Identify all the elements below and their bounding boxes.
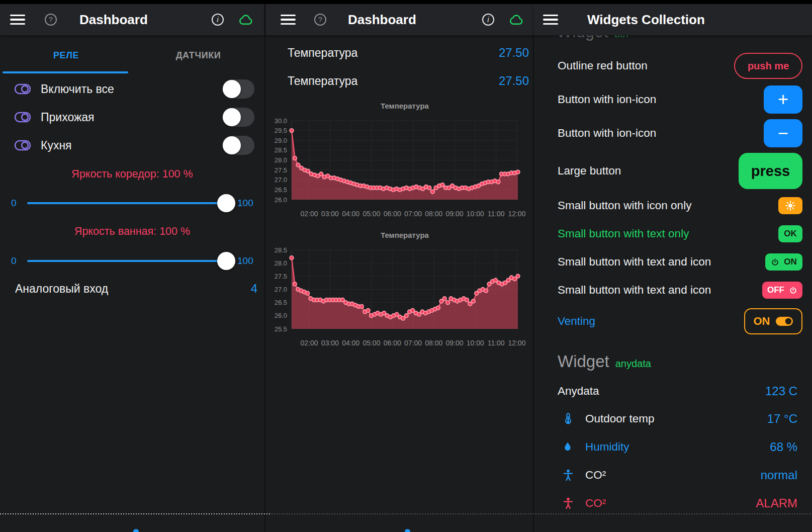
svg-text:25.5: 25.5: [275, 325, 287, 333]
slider-max-label: 100: [237, 198, 259, 209]
svg-text:04:00: 04:00: [342, 210, 359, 218]
sun-icon-button[interactable]: [778, 197, 802, 214]
slider-title: Яркость ванная: 100 %: [0, 225, 264, 238]
widget-row: Button with ion-icon −: [534, 119, 812, 147]
page-title: Widgets Collection: [587, 12, 705, 28]
minus-button[interactable]: −: [764, 119, 802, 147]
section-subtitle: anydata: [615, 358, 651, 370]
page-indicator-dot: [405, 529, 410, 532]
switch-label: Прихожая: [41, 111, 95, 124]
cloud-status-icon[interactable]: [235, 12, 256, 27]
widget-label: Venting: [558, 315, 595, 328]
svg-text:Температура: Температура: [381, 231, 429, 239]
push-me-button[interactable]: push me: [734, 53, 802, 79]
widget-label: Small button with icon only: [558, 199, 691, 212]
toggle-icon: [14, 139, 32, 151]
svg-text:08:00: 08:00: [425, 210, 442, 218]
menu-icon[interactable]: [543, 15, 558, 25]
sensor-label: Температура: [288, 74, 357, 88]
svg-text:28.5: 28.5: [275, 246, 287, 254]
appbar-middle: ? Dashboard i: [265, 4, 534, 35]
svg-text:10:00: 10:00: [467, 210, 484, 218]
status-bar: [0, 0, 812, 4]
slider-thumb[interactable]: [217, 194, 235, 212]
analog-label: Аналоговый вход: [15, 282, 108, 296]
svg-text:26.5: 26.5: [275, 299, 287, 306]
switch-kitchen[interactable]: [222, 136, 254, 155]
switch-row: Включить все: [0, 75, 264, 103]
svg-text:i: i: [487, 15, 489, 24]
analog-value: 4: [251, 282, 257, 296]
svg-text:06:00: 06:00: [384, 339, 401, 347]
data-value: normal: [761, 468, 797, 482]
on-button[interactable]: ON: [765, 253, 802, 271]
widget-row: Small button with icon only: [534, 192, 812, 220]
data-value: 123 C: [765, 384, 797, 398]
data-row: Outdoor temp 17 °C: [534, 405, 812, 433]
app-screen: ? Dashboard i РЕЛЕ ДАТЧИКИ Включить все: [0, 0, 812, 532]
svg-text:?: ?: [49, 16, 53, 24]
page-title: Dashboard: [348, 12, 416, 28]
data-label: CO²: [585, 469, 606, 482]
svg-text:29.5: 29.5: [275, 127, 287, 134]
svg-text:28.5: 28.5: [275, 146, 287, 154]
switch-row: Кухня: [0, 131, 264, 159]
switch-label: Включить все: [41, 82, 114, 96]
svg-text:03:00: 03:00: [321, 339, 339, 347]
switch-row: Прихожая: [0, 103, 264, 131]
sensor-value: 27.50: [499, 74, 529, 88]
temperature-chart-1: Температура02:0003:0004:0005:0006:0007:0…: [265, 96, 534, 221]
panel-widgets-collection: Widgets Collection Widget btn Outline re…: [533, 0, 812, 532]
help-icon[interactable]: ?: [44, 13, 57, 26]
svg-text:27.0: 27.0: [275, 176, 287, 184]
switch-hallway[interactable]: [222, 108, 254, 127]
svg-text:27.0: 27.0: [275, 286, 287, 293]
data-row: CO² normal: [534, 461, 812, 489]
off-button[interactable]: OFF: [762, 282, 802, 299]
svg-text:27.5: 27.5: [275, 273, 287, 280]
info-icon[interactable]: i: [482, 13, 495, 26]
cloud-status-icon[interactable]: [506, 12, 527, 27]
svg-text:26.5: 26.5: [275, 186, 287, 194]
widget-label: Button with ion-icon: [558, 127, 656, 140]
svg-text:05:00: 05:00: [363, 339, 380, 347]
slider-title: Яркость коредор: 100 %: [0, 168, 264, 181]
widget-label: Small button with text only: [558, 227, 689, 240]
svg-text:26.0: 26.0: [275, 196, 287, 204]
svg-text:?: ?: [318, 16, 322, 24]
data-row: Humidity 68 %: [534, 433, 812, 461]
menu-icon[interactable]: [281, 15, 296, 25]
svg-text:07:00: 07:00: [404, 339, 422, 347]
sun-icon: [785, 200, 796, 211]
svg-text:02:00: 02:00: [301, 339, 318, 347]
switch-all[interactable]: [222, 79, 254, 99]
slider-thumb[interactable]: [217, 252, 235, 270]
section-subtitle: btn: [614, 35, 628, 40]
slider-track[interactable]: [27, 252, 230, 270]
help-icon[interactable]: ?: [314, 13, 327, 26]
widget-label: Small button with text and icon: [558, 284, 711, 297]
toggle-on-icon: [775, 316, 793, 327]
widget-row: Outline red button push me: [534, 52, 812, 80]
svg-text:12:00: 12:00: [508, 339, 525, 347]
info-icon[interactable]: i: [211, 13, 224, 26]
section-title: Widget: [558, 352, 609, 371]
svg-text:28.0: 28.0: [275, 156, 287, 164]
widget-label: Button with ion-icon: [558, 93, 656, 106]
press-button[interactable]: press: [739, 153, 802, 189]
widget-row: Large button press: [534, 153, 812, 189]
plus-button[interactable]: +: [764, 85, 802, 114]
ok-button[interactable]: OK: [778, 225, 802, 242]
widget-label: Small button with text and icon: [558, 255, 711, 269]
slider-track[interactable]: [27, 194, 230, 212]
widget-row: Button with ion-icon +: [534, 85, 812, 114]
svg-text:03:00: 03:00: [321, 210, 339, 218]
data-label: Anydata: [558, 385, 599, 398]
menu-icon[interactable]: [10, 15, 25, 25]
tab-rele[interactable]: РЕЛЕ: [0, 42, 132, 71]
toggle-icon: [14, 111, 32, 123]
slider-corridor: 0 100: [0, 189, 264, 217]
venting-toggle-button[interactable]: ON: [744, 308, 802, 334]
tab-datchiki[interactable]: ДАТЧИКИ: [132, 42, 264, 71]
droplet-icon: [562, 440, 575, 454]
